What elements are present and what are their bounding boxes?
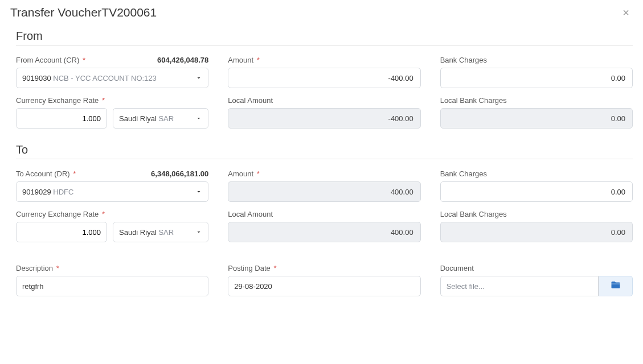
from-account-label: From Account (CR) <box>16 56 79 64</box>
from-account-code: 9019030 <box>22 74 51 82</box>
from-account-select[interactable]: 9019030 NCB - YCC ACCOUNT NO:123 <box>16 68 208 88</box>
to-bank-charges-input[interactable] <box>440 181 633 202</box>
to-account-select[interactable]: 9019029 HDFC <box>16 181 208 202</box>
document-label: Document <box>440 264 474 272</box>
required-asterisk: * <box>102 96 105 105</box>
to-amount-label: Amount <box>228 169 253 178</box>
from-bank-charges-input[interactable] <box>440 68 633 88</box>
from-currency-select[interactable]: Saudi Riyal SAR <box>113 108 208 129</box>
from-local-amount-display <box>228 108 420 129</box>
from-currency-code: SAR <box>158 114 174 123</box>
from-local-bank-charges-label: Local Bank Charges <box>440 96 507 105</box>
from-amount-label: Amount <box>228 56 253 64</box>
chevron-down-icon <box>195 75 202 81</box>
folder-open-icon <box>611 280 621 292</box>
chevron-down-icon <box>195 115 202 122</box>
to-account-code: 9019029 <box>22 188 51 196</box>
required-asterisk: * <box>257 169 260 178</box>
required-asterisk: * <box>56 264 59 272</box>
to-currency-name: Saudi Riyal <box>119 228 157 237</box>
page-title: Transfer VoucherTV200061 <box>10 6 157 19</box>
to-amount-display <box>228 181 420 202</box>
to-account-balance: 6,348,066,181.00 <box>151 169 208 178</box>
to-section-heading: To <box>16 143 633 159</box>
description-label: Description <box>16 264 53 272</box>
to-currency-select[interactable]: Saudi Riyal SAR <box>113 222 208 242</box>
from-exchange-rate-input[interactable] <box>16 108 107 129</box>
required-asterisk: * <box>73 169 76 178</box>
to-exchange-rate-label: Currency Exchange Rate <box>16 210 99 218</box>
to-currency-code: SAR <box>158 228 174 237</box>
required-asterisk: * <box>102 210 105 218</box>
from-account-name: NCB - YCC ACCOUNT NO:123 <box>53 74 157 82</box>
from-local-amount-label: Local Amount <box>228 96 273 105</box>
from-bank-charges-label: Bank Charges <box>440 56 487 64</box>
to-local-amount-label: Local Amount <box>228 210 273 218</box>
document-file-display[interactable]: Select file... <box>440 276 599 296</box>
to-local-amount-display <box>228 222 420 242</box>
from-currency-name: Saudi Riyal <box>119 114 157 123</box>
from-section-heading: From <box>16 30 633 46</box>
required-asterisk: * <box>257 56 260 64</box>
close-icon[interactable]: × <box>619 6 633 19</box>
required-asterisk: * <box>83 56 85 64</box>
document-browse-button[interactable] <box>599 276 633 296</box>
to-account-name: HDFC <box>53 188 73 196</box>
to-bank-charges-label: Bank Charges <box>440 169 487 178</box>
required-asterisk: * <box>273 264 276 272</box>
from-local-bank-charges-display <box>440 108 633 129</box>
to-account-label: To Account (DR) <box>16 169 70 178</box>
description-input[interactable] <box>16 276 208 296</box>
chevron-down-icon <box>195 188 202 195</box>
document-placeholder: Select file... <box>447 282 485 291</box>
to-local-bank-charges-label: Local Bank Charges <box>440 210 507 218</box>
to-exchange-rate-input[interactable] <box>16 222 107 242</box>
chevron-down-icon <box>195 229 202 235</box>
from-exchange-rate-label: Currency Exchange Rate <box>16 96 99 105</box>
from-account-balance: 604,426,048.78 <box>157 56 208 64</box>
to-local-bank-charges-display <box>440 222 633 242</box>
posting-date-input[interactable] <box>228 276 420 296</box>
posting-date-label: Posting Date <box>228 264 270 272</box>
from-amount-input[interactable] <box>228 68 420 88</box>
